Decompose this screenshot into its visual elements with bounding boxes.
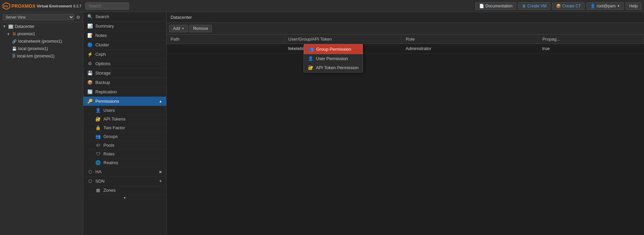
nav-item-options[interactable]: ⚙ Options [83, 59, 166, 68]
nav-backup-label: Backup [95, 80, 110, 85]
search-nav-icon: 🔍 [87, 14, 93, 19]
storage-icon: 💾 [87, 70, 93, 76]
backup-icon: 📦 [87, 80, 93, 85]
dropdown-item-api-token-permission[interactable]: 🔐 API Token Permission [304, 63, 363, 72]
permissions-expand-icon: ▲ [159, 99, 162, 103]
permissions-icon: 🔑 [87, 99, 93, 104]
groups-icon: 👥 [95, 134, 101, 139]
nav-item-two-factor[interactable]: 🔒 Two Factor [83, 124, 166, 132]
nav-search-label: Search [95, 14, 109, 19]
table-header-row: Path User/Group/API Token Role Propag... [167, 35, 644, 44]
logo-proxmox: PROXMOX [11, 3, 36, 9]
nav-zones-label: Zones [103, 188, 116, 193]
nav-item-cluster[interactable]: 🔵 Cluster [83, 40, 166, 50]
nav-item-search[interactable]: 🔍 Search [83, 12, 166, 21]
node-icon: 🖥 [12, 32, 16, 36]
dropdown-item-user-permission[interactable]: 👤 User Permission [304, 54, 363, 63]
gear-icon[interactable]: ⚙ [76, 15, 80, 20]
nav-users-label: Users [103, 108, 115, 113]
col-header-path: Path [167, 35, 284, 44]
nav-item-groups[interactable]: 👥 Groups [83, 132, 166, 141]
create-vm-button[interactable]: 🖥 Create VM [518, 2, 550, 10]
notes-icon: 📝 [87, 33, 93, 38]
main-layout: Server View ⚙ ▼ 🏢 Datacenter ▼ 🖥 proxmox… [0, 12, 644, 235]
col-header-propag: Propag... [538, 35, 644, 44]
vm-icon: 🖥 [522, 4, 526, 8]
ct-icon: 📦 [556, 4, 561, 8]
sidebar-item-local[interactable]: 💾 local (proxmox1) [0, 45, 83, 52]
nav-storage-label: Storage [95, 70, 111, 76]
summary-icon: 📊 [87, 23, 93, 29]
sidebar-item-proxmox1[interactable]: ▼ 🖥 proxmox1 [0, 30, 83, 38]
two-factor-icon: 🔒 [95, 125, 101, 130]
nav-item-storage[interactable]: 💾 Storage [83, 68, 166, 78]
remove-label: Remove [193, 26, 208, 31]
content-area: Datacenter Add ▼ Remove Path User/Group/… [167, 12, 644, 235]
nav-ceph-label: Ceph [95, 52, 106, 57]
ceph-icon: ⚡ [87, 52, 93, 57]
api-token-permission-icon: 🔐 [308, 65, 313, 70]
nav-item-sdn[interactable]: ⬡ SDN ▼ [83, 177, 166, 186]
create-ct-button[interactable]: 📦 Create CT [552, 2, 585, 10]
add-dropdown-arrow-icon: ▼ [181, 27, 184, 30]
nav-item-notes[interactable]: 📝 Notes [83, 31, 166, 40]
nav-replication-label: Replication [95, 89, 117, 94]
nav-item-backup[interactable]: 📦 Backup [83, 78, 166, 87]
nav-item-permissions[interactable]: 🔑 Permissions ▲ [83, 97, 166, 106]
nav-groups-label: Groups [103, 134, 118, 139]
add-button[interactable]: Add ▼ [169, 25, 188, 32]
nav-item-realms[interactable]: 🌐 Realms [83, 158, 166, 167]
ha-expand-icon: ▶ [159, 170, 162, 174]
nav-notes-label: Notes [95, 33, 107, 38]
api-token-permission-label: API Token Permission [316, 65, 359, 70]
user-menu-button[interactable]: 👤 root@pam ▼ [587, 2, 624, 10]
nav-more-icon: ▼ [123, 196, 127, 200]
realms-icon: 🌐 [95, 160, 101, 165]
expand-arrow-icon: ▼ [3, 25, 6, 28]
nav-item-roles[interactable]: 🛡 Roles [83, 150, 166, 158]
datacenter-label: Datacenter [15, 24, 35, 29]
nav-sdn-label: SDN [95, 179, 104, 184]
remove-button[interactable]: Remove [189, 25, 212, 32]
sidebar-item-datacenter[interactable]: ▼ 🏢 Datacenter [0, 22, 83, 30]
documentation-label: Documentation [486, 4, 513, 8]
logo-ve: Virtual Environment [37, 4, 72, 8]
help-button[interactable]: Help [626, 2, 641, 10]
documentation-button[interactable]: 📄 Documentation [475, 2, 516, 10]
col-header-user: User/Group/API Token [284, 35, 402, 44]
nav-item-ceph[interactable]: ⚡ Ceph [83, 50, 166, 59]
nav-item-ha[interactable]: ⬡ HA ▶ [83, 167, 166, 177]
nav-item-replication[interactable]: 🔄 Replication [83, 87, 166, 97]
table-row[interactable]: feketebt@pam Administrator true [167, 44, 644, 53]
nav-item-api-tokens[interactable]: 🔐 API Tokens [83, 115, 166, 124]
content-toolbar: Add ▼ Remove [167, 23, 644, 35]
sidebar-item-local-lvm[interactable]: 🗄 local-lvm (proxmox1) [0, 52, 83, 60]
local-lvm-label: local-lvm (proxmox1) [17, 54, 54, 58]
datacenter-icon: 🏢 [8, 24, 13, 29]
proxmox-logo-icon: PX [3, 2, 10, 10]
sidebar-item-localnetwork[interactable]: 🔗 localnetwork (proxmox1) [0, 38, 83, 45]
server-view-select[interactable]: Server View [3, 14, 74, 20]
nav-permissions-label: Permissions [95, 99, 119, 104]
nav-item-zones[interactable]: ▦ Zones [83, 186, 166, 195]
content-title: Datacenter [171, 15, 192, 20]
localnetwork-label: localnetwork (proxmox1) [18, 39, 62, 44]
logo: PX PROXMOX Virtual Environment 8.2.7 [3, 2, 81, 10]
nav-item-summary[interactable]: 📊 Summary [83, 21, 166, 31]
roles-icon: 🛡 [95, 151, 101, 156]
permissions-table-container: Path User/Group/API Token Role Propag...… [167, 35, 644, 235]
cluster-icon: 🔵 [87, 42, 93, 47]
nav-item-pools[interactable]: 🏷 Pools [83, 141, 166, 150]
topbar-search-input[interactable] [85, 2, 129, 10]
nav-item-users[interactable]: 👤 Users [83, 106, 166, 115]
doc-icon: 📄 [479, 4, 484, 8]
api-tokens-icon: 🔐 [95, 116, 101, 122]
zones-icon: ▦ [95, 188, 101, 193]
users-icon: 👤 [95, 108, 101, 113]
user-label: root@pam [597, 4, 615, 8]
nav-realms-label: Realms [103, 160, 118, 165]
nav-api-tokens-label: API Tokens [103, 116, 126, 122]
dropdown-item-group-permission[interactable]: 👥 Group Permission [304, 44, 363, 54]
help-label: Help [629, 4, 638, 8]
user-permission-icon: 👤 [308, 56, 313, 61]
